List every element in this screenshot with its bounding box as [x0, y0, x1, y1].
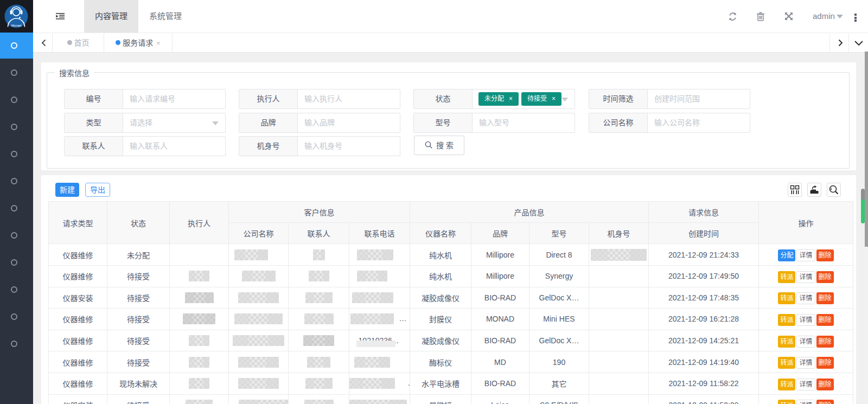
svg-text:Monad: Monad	[11, 24, 21, 27]
